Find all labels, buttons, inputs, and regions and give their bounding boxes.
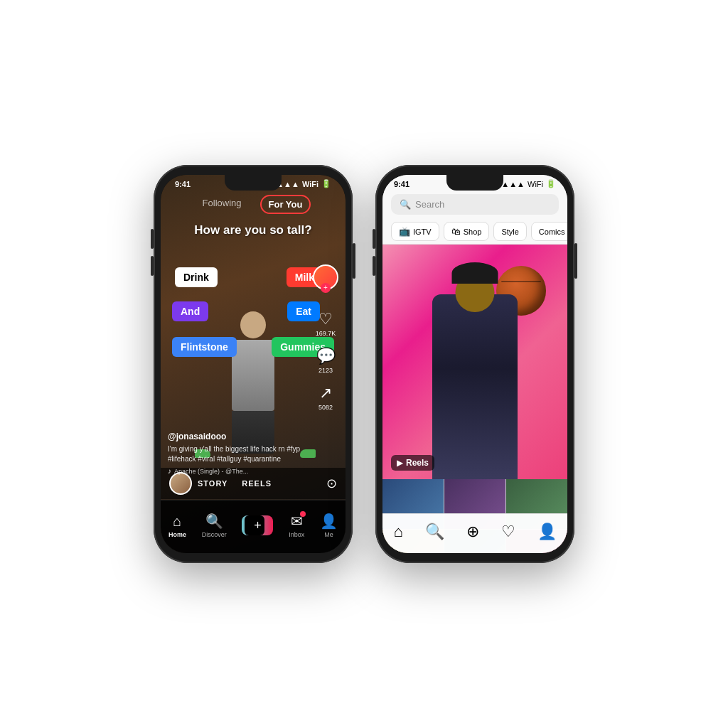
- story-label: STORY: [198, 479, 228, 488]
- comment-icon: 💬: [316, 347, 336, 365]
- notch: [225, 175, 282, 191]
- nav-inbox[interactable]: ✉ Inbox: [289, 513, 304, 538]
- share-icon: ↗: [319, 384, 332, 402]
- cat-igtv[interactable]: 📺 IGTV: [391, 222, 439, 241]
- cat-comics[interactable]: Comics: [531, 222, 567, 241]
- reels-badge: ▶ Reels: [391, 455, 434, 471]
- ig-power-button[interactable]: [574, 243, 577, 279]
- notification-dot: [300, 511, 306, 517]
- share-count: 5082: [318, 404, 333, 411]
- comment-button[interactable]: 💬 2123: [316, 347, 336, 374]
- ig-volume-down-button[interactable]: [373, 256, 375, 276]
- nav-discover[interactable]: 🔍 Discover: [202, 513, 227, 538]
- home-label: Home: [168, 531, 186, 538]
- reels-text: Reels: [406, 458, 429, 468]
- ig-category-tabs: 📺 IGTV 🛍 Shop Style Comics TV & Movi..: [382, 219, 567, 245]
- story-thumbnail[interactable]: [169, 472, 192, 495]
- ig-time: 9:41: [394, 180, 410, 188]
- bubble-and: And: [172, 301, 208, 321]
- igtv-icon: 📺: [399, 226, 410, 237]
- bubble-drink: Drink: [175, 267, 218, 287]
- profile-sidebar-item[interactable]: [313, 264, 338, 290]
- person-head-ig: [456, 273, 495, 312]
- camera-icon[interactable]: ⊙: [326, 476, 337, 491]
- tiktok-video-title: How are you so tall?: [161, 223, 346, 237]
- ig-main-content: ▶ Reels: [382, 245, 567, 553]
- nav-home[interactable]: ⌂ Home: [168, 513, 186, 538]
- add-button[interactable]: +: [242, 515, 273, 535]
- person-body: [232, 340, 274, 411]
- nav-add[interactable]: +: [242, 515, 273, 535]
- ig-nav-heart[interactable]: ♡: [501, 523, 515, 541]
- person-body-ig: [432, 294, 518, 479]
- ig-nav-add[interactable]: ⊕: [466, 523, 479, 541]
- ig-content: 9:41 ▲▲▲ WiFi 🔋 🔍 Search: [382, 175, 567, 553]
- ig-reels-label: ▶ Reels: [391, 455, 434, 471]
- like-count: 169.7K: [316, 330, 336, 337]
- cat-shop-label: Shop: [464, 228, 482, 236]
- volume-down-button[interactable]: [151, 256, 154, 276]
- discover-label: Discover: [202, 531, 227, 538]
- home-icon: ⌂: [173, 513, 181, 530]
- cat-comics-label: Comics: [539, 228, 565, 236]
- nav-me[interactable]: 👤 Me: [320, 513, 338, 538]
- tiktok-time: 9:41: [175, 180, 191, 188]
- shop-icon: 🛍: [451, 226, 461, 237]
- ig-volume-up-button[interactable]: [373, 229, 375, 249]
- tiktok-content: 9:41 ▲▲▲ WiFi 🔋 Following For You: [161, 175, 346, 553]
- creator-avatar[interactable]: [313, 264, 338, 290]
- tiktok-screen: 9:41 ▲▲▲ WiFi 🔋 Following For You: [161, 175, 346, 553]
- ig-navbar: ⌂ 🔍 ⊕ ♡ 👤: [382, 513, 567, 553]
- cat-style[interactable]: Style: [493, 222, 526, 241]
- ig-wifi-icon: WiFi: [528, 180, 543, 188]
- wifi-icon: WiFi: [302, 180, 318, 188]
- volume-up-button[interactable]: [151, 229, 154, 249]
- tiktok-right-sidebar: ♡ 169.7K 💬 2123 ↗ 5082: [313, 264, 338, 411]
- me-icon: 👤: [320, 513, 338, 530]
- video-description: I'm giving y'all the biggest life hack r…: [168, 444, 303, 464]
- reels-label: REELS: [242, 479, 272, 488]
- cat-style-label: Style: [501, 228, 518, 236]
- tiktok-navbar: ⌂ Home 🔍 Discover + ✉: [161, 500, 346, 553]
- person-head: [240, 311, 266, 338]
- creator-username: @jonasaidooo: [168, 432, 303, 441]
- cat-shop[interactable]: 🛍 Shop: [444, 222, 490, 241]
- comment-count: 2123: [318, 367, 333, 374]
- ig-battery-icon: 🔋: [546, 179, 556, 188]
- tiktok-bottom-info: @jonasaidooo I'm giving y'all the bigges…: [168, 432, 303, 475]
- ig-nav-search[interactable]: 🔍: [425, 523, 444, 541]
- heart-icon: ♡: [318, 310, 333, 328]
- ig-signal-icon: ▲▲▲: [501, 180, 525, 188]
- instagram-phone: 9:41 ▲▲▲ WiFi 🔋 🔍 Search: [375, 165, 574, 563]
- ig-nav-home[interactable]: ⌂: [393, 523, 402, 541]
- cat-igtv-label: IGTV: [413, 228, 432, 236]
- like-button[interactable]: ♡ 169.7K: [316, 310, 336, 337]
- ig-status-icons: ▲▲▲ WiFi 🔋: [501, 179, 556, 188]
- tiktok-status-icons: ▲▲▲ WiFi 🔋: [276, 179, 331, 188]
- phones-container: 9:41 ▲▲▲ WiFi 🔋 Following For You: [154, 165, 574, 563]
- share-button[interactable]: ↗ 5082: [318, 384, 333, 411]
- instagram-screen: 9:41 ▲▲▲ WiFi 🔋 🔍 Search: [382, 175, 567, 553]
- bubble-flintstone: Flintstone: [172, 337, 237, 357]
- tiktok-tabs: Following For You: [161, 195, 346, 214]
- ig-hero-image[interactable]: ▶ Reels: [382, 245, 567, 479]
- ig-search-input[interactable]: 🔍 Search: [391, 194, 559, 215]
- search-icon: 🔍: [400, 199, 411, 210]
- ig-nav-profile[interactable]: 👤: [537, 523, 557, 541]
- discover-icon: 🔍: [205, 513, 223, 530]
- ig-notch: [446, 175, 503, 191]
- following-tab[interactable]: Following: [196, 195, 249, 214]
- plus-icon: +: [254, 518, 262, 533]
- music-note-icon: ♪: [168, 467, 171, 475]
- tiktok-phone: 9:41 ▲▲▲ WiFi 🔋 Following For You: [154, 165, 353, 563]
- power-button[interactable]: [353, 243, 355, 279]
- reels-icon: ▶: [397, 458, 403, 468]
- search-placeholder: Search: [415, 199, 444, 210]
- for-you-tab[interactable]: For You: [260, 195, 311, 214]
- music-title: Apache (Single) - @The...: [174, 468, 248, 475]
- me-label: Me: [324, 531, 333, 538]
- music-info: ♪ Apache (Single) - @The...: [168, 467, 303, 475]
- ig-search-bar: 🔍 Search: [382, 190, 567, 219]
- battery-icon: 🔋: [321, 179, 331, 188]
- inbox-label: Inbox: [289, 531, 304, 538]
